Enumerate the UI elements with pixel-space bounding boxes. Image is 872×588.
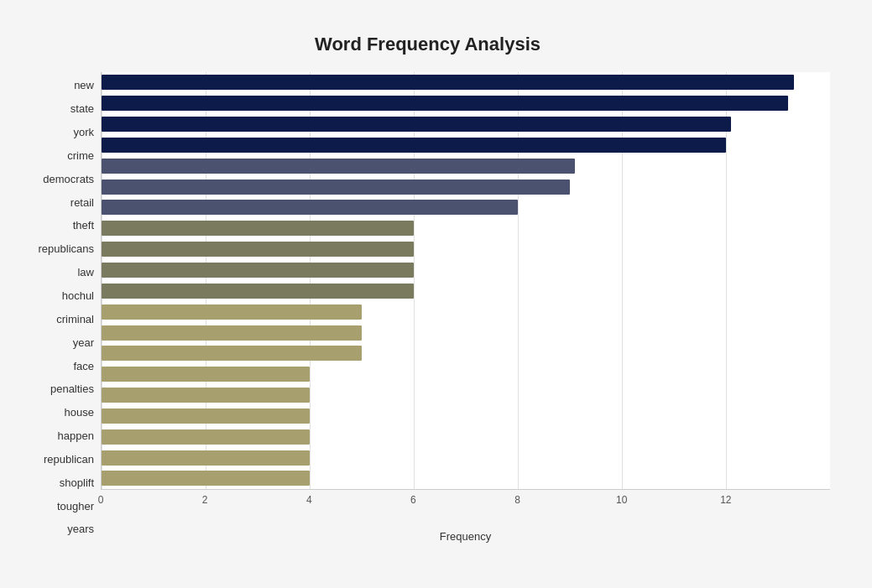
bar — [102, 200, 518, 215]
bar — [102, 429, 310, 445]
x-tick: 6 — [410, 494, 416, 506]
bar — [102, 221, 414, 236]
bar-row — [102, 115, 830, 133]
bar — [102, 263, 414, 278]
bar-row — [102, 94, 830, 112]
bar-row — [102, 428, 830, 446]
y-label: years — [67, 520, 94, 539]
chart-area: newstateyorkcrimedemocratsretailtheftrep… — [25, 72, 830, 543]
y-label: law — [77, 263, 94, 282]
x-tick: 8 — [514, 494, 520, 506]
grid-line — [310, 72, 311, 489]
chart-title: Word Frequency Analysis — [25, 34, 830, 55]
bars-wrapper — [101, 72, 830, 490]
bar — [102, 180, 570, 195]
grid-line — [414, 72, 415, 489]
x-tick: 0 — [98, 494, 104, 506]
bar-row — [102, 157, 830, 175]
bar — [102, 367, 310, 382]
y-label: republicans — [39, 240, 95, 258]
y-label: republican — [44, 450, 94, 468]
bar-row — [102, 261, 830, 279]
bar-row — [102, 365, 830, 383]
y-axis: newstateyorkcrimedemocratsretailtheftrep… — [25, 72, 101, 543]
bar — [102, 471, 310, 486]
grid-line — [518, 72, 519, 489]
grid-line — [726, 72, 727, 489]
y-label: york — [73, 123, 94, 142]
y-label: crime — [67, 146, 94, 164]
y-label: theft — [73, 216, 94, 235]
bar-row — [102, 73, 830, 91]
x-axis-label: Frequency — [101, 530, 830, 543]
x-tick: 2 — [202, 494, 208, 506]
bar — [102, 138, 726, 153]
bar-row — [102, 219, 830, 237]
y-label: new — [74, 76, 94, 95]
bar — [102, 242, 414, 257]
bar — [102, 304, 362, 320]
bar-row — [102, 344, 830, 362]
bar — [102, 284, 414, 299]
bar — [102, 159, 575, 174]
bar — [102, 96, 788, 111]
bar — [102, 325, 362, 341]
bar-row — [102, 449, 830, 467]
x-tick: 10 — [616, 494, 627, 506]
y-label: penalties — [50, 380, 94, 398]
y-label: face — [73, 356, 94, 375]
bar-row — [102, 178, 830, 196]
bar — [102, 75, 794, 90]
bar-row — [102, 282, 830, 300]
y-label: hochul — [62, 287, 94, 305]
x-axis: 024681012 — [101, 490, 830, 515]
bar-row — [102, 469, 830, 487]
bar-row — [102, 303, 830, 321]
y-label: year — [73, 333, 94, 351]
bar — [102, 388, 310, 403]
plot-area: 024681012 Frequency — [101, 72, 830, 543]
bar — [102, 346, 362, 361]
y-label: shoplift — [60, 473, 94, 492]
chart-container: Word Frequency Analysis newstateyorkcrim… — [17, 17, 855, 588]
y-label: retail — [70, 193, 94, 211]
bar — [102, 408, 310, 424]
x-tick: 12 — [720, 494, 731, 506]
bar-row — [102, 324, 830, 342]
bar — [102, 117, 731, 132]
y-label: tougher — [57, 497, 94, 515]
y-label: house — [65, 403, 94, 422]
bar-row — [102, 240, 830, 258]
y-label: state — [70, 100, 94, 118]
grid-line — [622, 72, 623, 489]
bar-row — [102, 136, 830, 154]
bar-row — [102, 198, 830, 216]
bar — [102, 450, 310, 466]
y-label: democrats — [43, 169, 94, 188]
bar-row — [102, 386, 830, 404]
x-tick: 4 — [306, 494, 312, 506]
y-label: happen — [58, 427, 94, 445]
y-label: criminal — [56, 310, 94, 328]
grid-line — [206, 72, 206, 489]
grid-line — [102, 72, 102, 489]
bar-row — [102, 407, 830, 425]
